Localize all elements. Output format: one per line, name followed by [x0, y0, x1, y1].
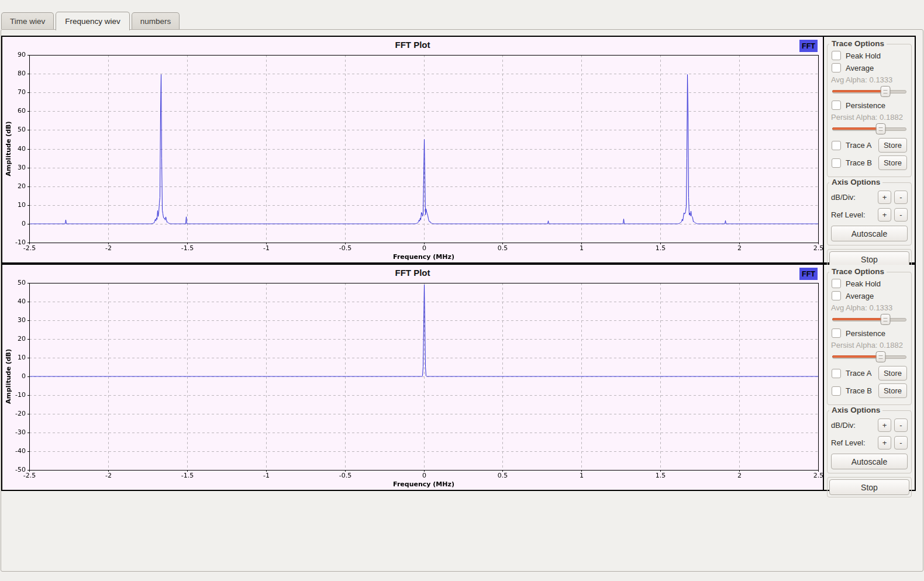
axis-options-group: Axis Options dB/Div: + - Ref Level: + - … [827, 410, 912, 473]
db-div-minus-button[interactable]: - [894, 419, 908, 432]
tab-bar: Time wiev Frequency wiev numbers [0, 0, 924, 29]
fft-badge: FFT [799, 268, 818, 280]
trace-a-label: Trace A [846, 141, 871, 150]
trace-options-title: Trace Options [829, 267, 887, 276]
slider-fill [832, 90, 885, 92]
trace-a-row: Trace A Store [832, 138, 907, 153]
avg-alpha-slider[interactable] [832, 86, 906, 96]
ref-level-row: Ref Level: + - [831, 436, 908, 449]
persistence-row: Persistence [832, 328, 907, 338]
trace-options-group: Trace Options Peak Hold Average Avg Alph… [827, 44, 912, 177]
average-checkbox[interactable] [832, 291, 841, 300]
trace-b-checkbox[interactable] [832, 386, 841, 396]
tab-frequency-view[interactable]: Frequency wiev [56, 12, 130, 30]
trace-a-row: Trace A Store [832, 366, 907, 381]
options-panel-top: Trace Options Peak Hold Average Avg Alph… [824, 37, 915, 262]
persist-alpha-slider[interactable] [832, 351, 906, 362]
peak-hold-row: Peak Hold [832, 51, 907, 60]
persistence-label: Persistence [846, 101, 885, 110]
trace-a-checkbox[interactable] [832, 141, 841, 150]
trace-b-row: Trace B Store [832, 155, 907, 170]
trace-b-store-button[interactable]: Store [878, 155, 907, 170]
trace-a-label: Trace A [846, 369, 871, 378]
ref-level-minus-button[interactable]: - [894, 436, 908, 449]
fft-plot-region-top: FFT Plot FFT [2, 37, 824, 262]
peak-hold-label: Peak Hold [846, 279, 881, 288]
axis-options-title: Axis Options [829, 178, 882, 186]
slider-handle[interactable] [875, 351, 885, 362]
trace-options-group: Trace Options Peak Hold Average Avg Alph… [827, 272, 912, 405]
peak-hold-checkbox[interactable] [832, 51, 841, 60]
db-div-minus-button[interactable]: - [894, 191, 908, 204]
avg-alpha-label: Avg Alpha: 0.1333 [831, 303, 908, 312]
db-div-plus-button[interactable]: + [878, 191, 891, 204]
average-checkbox[interactable] [832, 63, 841, 72]
autoscale-button[interactable]: Autoscale [831, 454, 908, 469]
avg-alpha-slider[interactable] [832, 314, 906, 324]
ref-level-minus-button[interactable]: - [894, 208, 908, 222]
tab-content-area: FFT Plot FFT Trace Options Peak Hold Ave… [1, 29, 923, 572]
peak-hold-label: Peak Hold [846, 51, 881, 60]
fft-plot-region-bottom: FFT Plot FFT [2, 265, 824, 490]
ref-level-label: Ref Level: [831, 210, 875, 219]
autoscale-button[interactable]: Autoscale [831, 226, 908, 241]
stop-button[interactable]: Stop [829, 479, 909, 495]
trace-a-store-button[interactable]: Store [878, 366, 907, 381]
db-div-plus-button[interactable]: + [878, 419, 891, 432]
trace-b-store-button[interactable]: Store [878, 383, 907, 398]
axis-options-title: Axis Options [829, 406, 882, 414]
trace-options-title: Trace Options [829, 39, 887, 48]
trace-b-label: Trace B [846, 386, 872, 395]
fft-plot-canvas-bottom[interactable] [2, 280, 823, 490]
average-label: Average [846, 64, 874, 72]
stop-box: Stop [827, 477, 912, 497]
slider-fill [832, 318, 885, 320]
persistence-checkbox[interactable] [832, 101, 841, 110]
db-div-label: dB/Div: [831, 421, 875, 430]
axis-options-group: Axis Options dB/Div: + - Ref Level: + - … [827, 182, 912, 245]
ref-level-row: Ref Level: + - [831, 208, 908, 222]
average-row: Average [832, 291, 907, 300]
persistence-checkbox[interactable] [832, 328, 841, 338]
persist-alpha-label: Persist Alpha: 0.1882 [831, 113, 908, 122]
db-div-label: dB/Div: [831, 193, 875, 202]
trace-b-checkbox[interactable] [832, 158, 841, 168]
fft-sink-top: FFT Plot FFT Trace Options Peak Hold Ave… [1, 36, 916, 264]
ref-level-plus-button[interactable]: + [878, 208, 891, 222]
ref-level-plus-button[interactable]: + [878, 436, 891, 449]
slider-handle[interactable] [881, 314, 891, 325]
trace-a-store-button[interactable]: Store [878, 138, 907, 153]
trace-a-checkbox[interactable] [832, 369, 841, 378]
slider-fill [832, 127, 881, 130]
slider-handle[interactable] [881, 86, 891, 97]
ref-level-label: Ref Level: [831, 438, 875, 447]
slider-fill [832, 355, 881, 358]
fft-badge: FFT [799, 40, 818, 52]
persist-alpha-label: Persist Alpha: 0.1882 [831, 341, 908, 350]
peak-hold-checkbox[interactable] [832, 279, 841, 288]
avg-alpha-label: Avg Alpha: 0.1333 [831, 75, 908, 84]
persistence-label: Persistence [846, 329, 885, 338]
plot-title: FFT Plot [2, 37, 823, 52]
db-div-row: dB/Div: + - [831, 191, 908, 204]
persist-alpha-slider[interactable] [832, 123, 906, 134]
fft-sink-bottom: FFT Plot FFT Trace Options Peak Hold Ave… [1, 264, 916, 491]
slider-handle[interactable] [875, 123, 885, 134]
average-label: Average [846, 292, 874, 300]
peak-hold-row: Peak Hold [832, 279, 907, 288]
tab-numbers[interactable]: numbers [132, 12, 180, 29]
trace-b-label: Trace B [846, 158, 872, 167]
tab-time-view[interactable]: Time wiev [1, 12, 54, 29]
average-row: Average [832, 63, 907, 72]
db-div-row: dB/Div: + - [831, 419, 908, 432]
fft-plot-canvas-top[interactable] [2, 52, 823, 262]
plot-title: FFT Plot [2, 265, 823, 280]
options-panel-bottom: Trace Options Peak Hold Average Avg Alph… [824, 265, 915, 490]
trace-b-row: Trace B Store [832, 383, 907, 398]
persistence-row: Persistence [832, 101, 907, 110]
